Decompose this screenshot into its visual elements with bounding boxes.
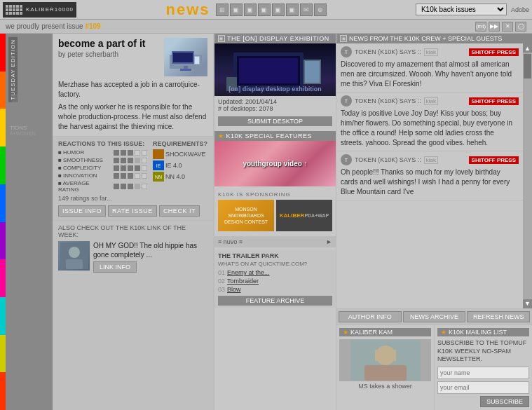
article-section: become a part of it by peter scherbarth bbox=[53, 34, 213, 136]
news-badge-2[interactable]: SHITOFF PRESS bbox=[469, 97, 519, 105]
sponsor-title: k10k is sponsoring bbox=[218, 191, 332, 198]
toolbar-icon-1[interactable]: ⊞ bbox=[216, 4, 229, 16]
link-week-title: ALSO CHECK OUT THE K10K LINK OF THE WEEK… bbox=[58, 224, 207, 238]
refresh-news-button[interactable]: REFRESH NEWS bbox=[467, 311, 530, 322]
sb-icon-3[interactable]: ✕ bbox=[502, 22, 513, 32]
toolbar-icon-4[interactable]: ▣ bbox=[258, 4, 271, 16]
logo-grid bbox=[6, 5, 22, 15]
toolbar-icon-6[interactable]: ▣ bbox=[286, 4, 299, 16]
issue-info-button[interactable]: ISSUE INFO bbox=[58, 205, 106, 217]
author-info-button[interactable]: AUTHOR INFO bbox=[339, 311, 402, 322]
svg-rect-9 bbox=[66, 259, 83, 269]
kam-caption: MS takes a shower bbox=[339, 383, 431, 390]
rating-humor: ■ HUMOR bbox=[58, 149, 147, 156]
article-image bbox=[164, 38, 207, 76]
mailing-star-icon: ★ bbox=[441, 329, 446, 336]
submit-desktop-button[interactable]: SUBMIT DESKTOP bbox=[218, 116, 332, 126]
display-header: ▣ THE [ON] DISPLAY EXHIBITION bbox=[214, 34, 336, 43]
news-header-icon: ▣ bbox=[340, 35, 347, 42]
news-source-3: kiak bbox=[424, 156, 438, 164]
mailing-name-input[interactable] bbox=[437, 367, 529, 379]
news-item-2: T TOKEN (K10K) SAYS :: kiak SHITOFF PRES… bbox=[336, 93, 523, 151]
news-header: ▣ NEWS FROM THE K10K CREW + SPECIAL GUES… bbox=[336, 34, 532, 43]
subscribe-button[interactable]: SUBSCRIBE bbox=[480, 396, 529, 407]
rate-issue-button[interactable]: RaTE ISSUE bbox=[108, 205, 157, 217]
sponsor-kaliber[interactable]: KALIBERPDA+WAP bbox=[276, 200, 332, 231]
news-item-2-header: T TOKEN (K10K) SAYS :: kiak SHITOFF PRES… bbox=[341, 95, 519, 107]
rating-average: ■ AVERAGE RATING bbox=[58, 180, 147, 193]
feature-archive-button[interactable]: FEATURE ARCHIVE bbox=[218, 296, 332, 306]
link-week-text: OH MY GOD!! The old hippie has gone comp… bbox=[93, 241, 207, 259]
logo-text: KALIBER10000 bbox=[26, 6, 74, 13]
youth-video-btn[interactable]: youthgroup video ↑ bbox=[214, 141, 336, 186]
trailer-subtitle: WHAT'S ON AT QUICKTIME.COM? bbox=[218, 261, 332, 267]
requirements-title: REQUIREMENTS? bbox=[153, 140, 207, 147]
news-archive-button[interactable]: NEWS ARCHIVE bbox=[403, 311, 466, 322]
svg-rect-2 bbox=[173, 53, 193, 62]
toolbar-icon-2[interactable]: ▣ bbox=[230, 4, 243, 16]
kaliber-kam-header: ★ KALIBER KAM bbox=[339, 328, 431, 336]
sb-icon-4[interactable]: ◯ bbox=[515, 22, 526, 32]
logo: KALIBER10000 bbox=[3, 2, 76, 18]
issue-select[interactable]: K10k back issues bbox=[416, 4, 507, 15]
news-avatar-1: T bbox=[341, 46, 352, 57]
sidebar-ra-text: RA TIONS A+WOMEN bbox=[10, 90, 48, 136]
scroll-up-btn[interactable]: ▲ bbox=[523, 43, 532, 53]
mailing-list-section: ★ K10K MAILING LIST SUBSCRIBE TO THE TOP… bbox=[435, 325, 532, 410]
mailing-email-input[interactable] bbox=[437, 381, 529, 394]
toolbar-icon-8[interactable]: ⊕ bbox=[314, 4, 327, 16]
news-avatar-2: T bbox=[341, 95, 352, 107]
news-badge-1[interactable]: SHITOFF PRESS bbox=[469, 48, 519, 56]
news-item-1: T TOKEN (K10K) SAYS :: kiak SHITOFF PRES… bbox=[336, 43, 523, 93]
ratings-count: 149 ratings so far... bbox=[58, 195, 147, 202]
nuvo-section[interactable]: ≡ nuvo ≡ ► bbox=[214, 236, 336, 247]
mailing-list-header: ★ K10K MAILING LIST bbox=[437, 328, 529, 336]
news-avatar-3: T bbox=[341, 154, 352, 165]
news-author-3: TOKEN (K10K) SAYS :: bbox=[355, 156, 421, 163]
sponsor-monson[interactable]: MONSONSNOWBOARDSDESIGN CONTEST bbox=[218, 200, 274, 231]
ratings-section: REACTIONS TO THIS ISSUE: ■ HUMOR bbox=[53, 136, 213, 220]
display-header-icon: ▣ bbox=[218, 35, 225, 42]
toolbar-icon-7[interactable]: ✉ bbox=[300, 4, 313, 16]
svg-rect-4 bbox=[180, 69, 191, 71]
trailer-link-3[interactable]: Blow bbox=[227, 286, 241, 293]
trailer-section: THE TRAILER PARK WHAT'S ON AT QUICKTIME.… bbox=[214, 250, 336, 308]
kam-image bbox=[339, 339, 431, 381]
display-section: ▣ THE [ON] DISPLAY EXHIBITION bbox=[214, 34, 336, 128]
article-author: by peter scherbarth bbox=[58, 50, 161, 58]
ratings-title: REACTIONS TO THIS ISSUE: bbox=[58, 140, 147, 147]
news-source-2: kiak bbox=[424, 97, 438, 105]
nuvo-label: ≡ nuvo ≡ bbox=[218, 238, 243, 245]
sb-icon-2[interactable]: ▶▶ bbox=[489, 22, 500, 32]
svg-rect-16 bbox=[305, 61, 320, 83]
req-ie: IE IE 4.0 bbox=[153, 160, 207, 170]
news-author-2: TOKEN (K10K) SAYS :: bbox=[355, 97, 421, 104]
news-text-1: Discovered to my amazement that almost a… bbox=[341, 60, 519, 89]
trailer-item-3: 03 Blow bbox=[218, 286, 332, 293]
special-features-section: ★ K10K SPECIAL FEATURES youthgroup video… bbox=[214, 131, 336, 186]
news-title: news bbox=[165, 1, 210, 19]
toolbar-icon-5[interactable]: ▣ bbox=[272, 4, 285, 16]
news-scrollbar[interactable]: ▲ ▼ bbox=[523, 43, 532, 308]
trailer-link-1[interactable]: Enemy at the... bbox=[227, 269, 270, 276]
news-item-3: T TOKEN (K10K) SAYS :: kiak SHITOFF PRES… bbox=[336, 151, 523, 200]
rating-smoothness: ■ SMOOTHNESS bbox=[58, 157, 147, 163]
news-badge-3[interactable]: SHITOFF PRESS bbox=[469, 156, 519, 164]
toolbar-icon-3[interactable]: ▣ bbox=[244, 4, 257, 16]
color-bars bbox=[0, 34, 6, 410]
kaliber-star-icon: ★ bbox=[343, 329, 348, 336]
scroll-thumb[interactable] bbox=[524, 54, 531, 78]
link-week-section: ALSO CHECK OUT THE K10K LINK OF THE WEEK… bbox=[53, 220, 213, 410]
sb-icon-1[interactable]: (mt) bbox=[475, 22, 486, 32]
scroll-down-btn[interactable]: ▼ bbox=[523, 299, 532, 308]
news-item-1-header: T TOKEN (K10K) SAYS :: kiak SHITOFF PRES… bbox=[341, 46, 519, 57]
svg-rect-21 bbox=[375, 350, 381, 361]
link-info-button[interactable]: LINK INFO bbox=[93, 261, 137, 273]
check-it-button[interactable]: cheCK IT bbox=[159, 205, 200, 217]
sponsors-row: MONSONSNOWBOARDSDESIGN CONTEST KALIBERPD… bbox=[218, 200, 332, 231]
svg-point-8 bbox=[69, 247, 80, 258]
news-scroll-area[interactable]: T TOKEN (K10K) SAYS :: kiak SHITOFF PRES… bbox=[336, 43, 523, 308]
news-text-2: Today is positive Love Joy Day! Kiss you… bbox=[341, 109, 519, 148]
trailer-link-2[interactable]: Tombraider bbox=[227, 278, 259, 285]
nuvo-arrow: ► bbox=[326, 238, 332, 245]
